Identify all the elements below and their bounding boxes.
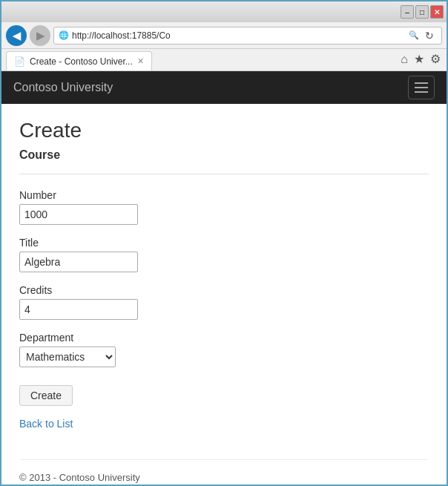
- brand-name: Contoso University: [13, 81, 113, 94]
- browser-window: – □ ✕ ◀ ▶ 🌐 http://localhost:17885/Co 🔍 …: [0, 0, 448, 486]
- title-input[interactable]: [19, 252, 138, 272]
- credits-label: Credits: [19, 284, 429, 296]
- app-navbar: Contoso University: [1, 71, 447, 104]
- active-tab[interactable]: 📄 Create - Contoso Univer... ✕: [6, 51, 152, 70]
- home-icon[interactable]: ⌂: [399, 51, 409, 68]
- tab-close-button[interactable]: ✕: [137, 56, 144, 66]
- number-label: Number: [19, 189, 429, 201]
- maximize-icon: □: [420, 8, 424, 16]
- maximize-button[interactable]: □: [415, 5, 429, 19]
- section-title: Course: [19, 148, 429, 162]
- favorites-icon[interactable]: ★: [412, 50, 426, 68]
- title-field-group: Title: [19, 237, 429, 272]
- credits-field-group: Credits: [19, 284, 429, 320]
- back-icon: ◀: [13, 30, 21, 42]
- hamburger-line-1: [415, 82, 428, 84]
- divider: [19, 174, 429, 174]
- number-field-group: Number: [19, 189, 429, 225]
- search-icon: 🔍: [409, 30, 419, 40]
- create-button[interactable]: Create: [19, 385, 73, 406]
- credits-input[interactable]: [19, 299, 138, 320]
- page-icon: 🌐: [59, 30, 69, 40]
- address-bar: ◀ ▶ 🌐 http://localhost:17885/Co 🔍 ↻: [1, 22, 447, 49]
- close-button[interactable]: ✕: [430, 5, 444, 19]
- main-content: Create Course Number Title Credits Depar…: [1, 104, 447, 485]
- minimize-button[interactable]: –: [401, 5, 414, 19]
- back-to-list-link[interactable]: Back to List: [19, 418, 429, 430]
- url-bar[interactable]: 🌐 http://localhost:17885/Co 🔍 ↻: [53, 27, 442, 45]
- department-field-group: Department Mathematics English Economics…: [19, 332, 429, 367]
- title-bar: – □ ✕: [1, 1, 447, 22]
- refresh-button[interactable]: ↻: [422, 28, 437, 43]
- settings-icon[interactable]: ⚙: [429, 50, 442, 68]
- tab-label: Create - Contoso Univer...: [30, 56, 133, 67]
- number-input[interactable]: [19, 204, 138, 225]
- forward-icon: ▶: [36, 30, 45, 42]
- window-controls: – □ ✕: [401, 5, 444, 19]
- tab-favicon: 📄: [14, 56, 25, 67]
- page-title: Create: [19, 119, 429, 142]
- department-label: Department: [19, 332, 429, 344]
- url-text: http://localhost:17885/Co: [72, 30, 406, 41]
- department-select[interactable]: Mathematics English Economics Engineerin…: [19, 347, 116, 367]
- close-icon: ✕: [434, 8, 440, 16]
- minimize-icon: –: [405, 8, 409, 16]
- footer-text: © 2013 - Contoso University: [19, 472, 140, 483]
- page-footer: © 2013 - Contoso University: [19, 459, 429, 483]
- hamburger-line-3: [415, 91, 428, 93]
- title-label: Title: [19, 237, 429, 249]
- toolbar-icons: ⌂ ★ ⚙: [399, 50, 442, 70]
- back-button[interactable]: ◀: [6, 25, 27, 46]
- forward-button[interactable]: ▶: [30, 25, 50, 46]
- hamburger-line-2: [415, 87, 428, 88]
- tab-bar: 📄 Create - Contoso Univer... ✕ ⌂ ★ ⚙: [1, 49, 447, 71]
- nav-toggle-button[interactable]: [408, 76, 435, 99]
